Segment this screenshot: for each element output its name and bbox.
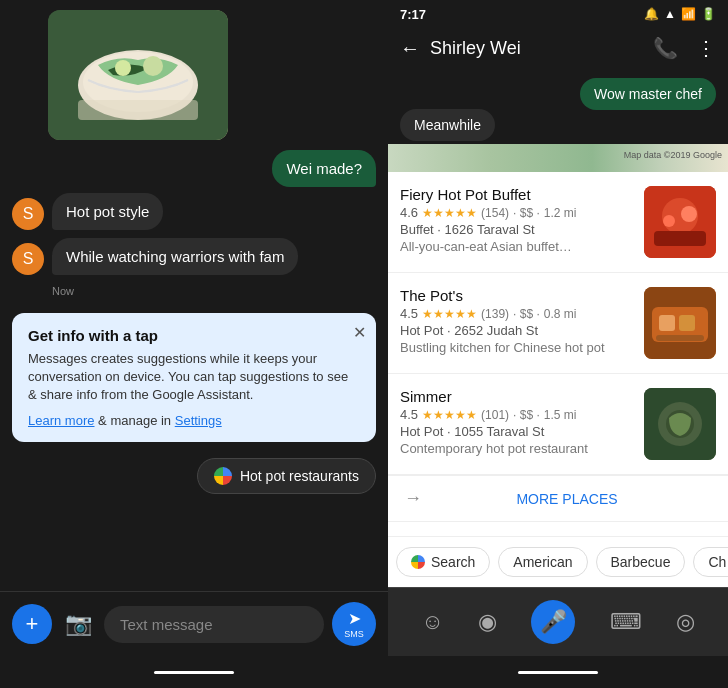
info-card-body: Messages creates suggestions while it ke… [28,350,360,405]
chip-american-label: American [513,554,572,570]
result-item-simmer[interactable]: Simmer 4.5 ★★★★★ (101) · $$ · 1.5 mi Hot… [388,374,728,475]
mic-icon: 🎤 [540,609,567,635]
wifi-icon: ▲ [664,7,676,21]
nav-indicator [154,671,234,674]
chip-barbecue[interactable]: Barbecue [596,547,686,577]
info-card: ✕ Get info with a tap Messages creates s… [12,313,376,442]
result-meta-fiery: Buffet · 1626 Taraval St [400,222,634,237]
manage-text-2: & manage in [98,413,171,428]
arrow-right-icon: → [404,488,422,509]
google-g-icon [214,467,232,485]
chip-search-label: Search [431,554,475,570]
settings-link[interactable]: Settings [175,413,222,428]
stars-fiery: ★★★★★ [422,206,477,220]
nav-bar [388,656,728,688]
messages-area: Wei made? S Hot pot style S While watchi… [0,0,388,591]
result-info-pots: The Pot's 4.5 ★★★★★ (139) · $$ · 0.8 mi … [400,287,634,359]
message-timestamp: Now [52,285,376,297]
more-places-label: MORE PLACES [422,491,712,507]
food-image [48,10,228,140]
map-attribution: Map data ©2019 Google [624,150,722,160]
input-bar: + 📷 Text message ➤ SMS [0,591,388,656]
result-desc-pots: Bustling kitchen for Chinese hot pot [400,340,634,355]
result-desc-fiery: All-you-can-eat Asian buffet… [400,239,634,254]
camera-icon: 📷 [65,611,92,637]
rating-count-fiery: (154) [481,206,509,220]
chip-more-label: Ch… [708,554,728,570]
signal-icon: 📶 [681,7,696,21]
rating-num-fiery: 4.6 [400,205,418,220]
suggestion-row: Hot pot restaurants [12,458,376,494]
received-hot-pot-style: S Hot pot style [12,193,376,230]
info-card-links: Learn more & manage in Settings [28,413,360,428]
svg-point-9 [663,215,675,227]
sent-bubble-wow: Wow master chef [580,78,716,110]
left-nav-bar [0,656,388,688]
chip-search[interactable]: Search [396,547,490,577]
received-bubble-meanwhile: Meanwhile [400,109,495,141]
price-simmer: · $$ · [513,408,540,422]
learn-more-link[interactable]: Learn more [28,413,94,428]
suggestion-chip-hotpot[interactable]: Hot pot restaurants [197,458,376,494]
result-name-pots: The Pot's [400,287,634,304]
back-button[interactable]: ← [400,37,420,60]
result-thumb-pots [644,287,716,359]
compass-icon[interactable]: ◎ [676,609,695,635]
right-chat-area: Wow master chef Meanwhile [388,68,728,144]
chip-more[interactable]: Ch… [693,547,728,577]
result-meta-pots: Hot Pot · 2652 Judah St [400,323,634,338]
camera-button[interactable]: 📷 [60,606,96,642]
rating-num-simmer: 4.5 [400,407,418,422]
rating-num-pots: 4.5 [400,306,418,321]
nav-indicator-right [518,671,598,674]
svg-point-4 [143,56,163,76]
map-strip: Map data ©2019 Google [388,144,728,172]
food-image-message [48,10,228,140]
sender-avatar-s2: S [12,243,44,275]
sent-message-wei-made: Wei made? [12,150,376,187]
message-placeholder: Text message [120,616,213,633]
battery-icon: 🔋 [701,7,716,21]
bubble-received-warriors: While watching warriors with fam [52,238,298,275]
distance-fiery: 1.2 mi [544,206,577,220]
price-fiery: · $$ · [513,206,540,220]
more-options-icon[interactable]: ⋮ [696,36,716,60]
result-item-pots[interactable]: The Pot's 4.5 ★★★★★ (139) · $$ · 0.8 mi … [388,273,728,374]
result-name-simmer: Simmer [400,388,634,405]
stars-simmer: ★★★★★ [422,408,477,422]
mic-button[interactable]: 🎤 [531,600,575,644]
price-pots: · $$ · [513,307,540,321]
status-bar: 7:17 🔔 ▲ 📶 🔋 [388,0,728,28]
svg-rect-13 [659,315,675,331]
category-chips: Search American Barbecue Ch… [388,536,728,587]
result-meta-simmer: Hot Pot · 1055 Taraval St [400,424,634,439]
distance-pots: 0.8 mi [544,307,577,321]
svg-rect-14 [679,315,695,331]
keyboard-icon[interactable]: ⌨ [610,609,642,635]
camera-kb-icon[interactable]: ◉ [478,609,497,635]
send-button[interactable]: ➤ SMS [332,602,376,646]
status-icons: 🔔 ▲ 📶 🔋 [644,7,716,21]
chip-american[interactable]: American [498,547,587,577]
result-info-fiery: Fiery Hot Pot Buffet 4.6 ★★★★★ (154) · $… [400,186,634,258]
info-card-title: Get info with a tap [28,327,360,344]
bubble-sent-wei: Wei made? [272,150,376,187]
svg-point-3 [115,60,131,76]
suggestion-chip-label: Hot pot restaurants [240,468,359,484]
emoji-icon[interactable]: ☺ [421,609,443,635]
svg-rect-8 [654,231,706,246]
add-button[interactable]: + [12,604,52,644]
result-item-fiery[interactable]: Fiery Hot Pot Buffet 4.6 ★★★★★ (154) · $… [388,172,728,273]
distance-simmer: 1.5 mi [544,408,577,422]
send-icon: ➤ [348,609,361,628]
result-thumb-simmer [644,388,716,460]
close-info-card[interactable]: ✕ [353,323,366,342]
more-places-row[interactable]: → MORE PLACES [388,475,728,522]
svg-rect-15 [656,335,704,341]
result-name-fiery: Fiery Hot Pot Buffet [400,186,634,203]
result-rating-pots: 4.5 ★★★★★ (139) · $$ · 0.8 mi [400,306,634,321]
phone-icon[interactable]: 📞 [653,36,678,60]
notification-icon: 🔔 [644,7,659,21]
message-input[interactable]: Text message [104,606,324,643]
assistant-panel: 7:17 🔔 ▲ 📶 🔋 ← Shirley Wei 📞 ⋮ Wow maste… [388,0,728,688]
